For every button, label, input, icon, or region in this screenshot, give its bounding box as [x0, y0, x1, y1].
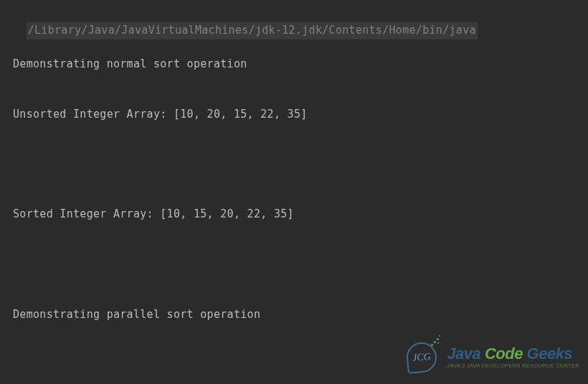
output-line: [13, 156, 575, 172]
brand-title: Java Code Geeks: [447, 346, 579, 362]
jcg-badge-text: JCG: [412, 349, 432, 366]
output-line: [13, 256, 575, 273]
brand-logo: JCG Java Code Geeks Java 2 Java Develope…: [402, 338, 579, 377]
output-line: Sorted Integer Array: [10, 15, 20, 22, 3…: [13, 206, 575, 223]
jcg-badge-icon: JCG: [402, 338, 441, 377]
output-line: Demonstrating normal sort operation: [13, 56, 575, 72]
console-output: /Library/Java/JavaVirtualMachines/jdk-12…: [13, 6, 575, 384]
dots-decoration-icon: [430, 334, 442, 348]
brand-text: Java Code Geeks Java 2 Java Developers R…: [447, 346, 579, 369]
brand-tagline: Java 2 Java Developers Resource Center: [447, 363, 579, 369]
java-path-line: /Library/Java/JavaVirtualMachines/jdk-12…: [27, 22, 478, 39]
output-line: Unsorted Integer Array: [10, 20, 15, 22,…: [13, 106, 575, 123]
output-line: Demonstrating parallel sort operation: [13, 306, 575, 323]
